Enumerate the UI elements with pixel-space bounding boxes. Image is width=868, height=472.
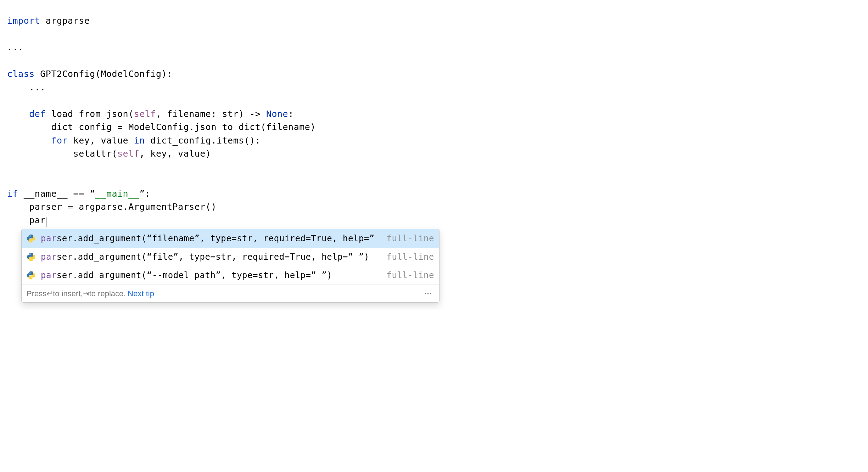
string-literal: __main__	[95, 189, 139, 199]
keyword-def: def	[7, 109, 46, 119]
footer-text: Press	[27, 288, 46, 299]
code-text: , key, value)	[139, 148, 211, 159]
python-icon	[27, 234, 36, 243]
code-text: setattr(	[7, 148, 117, 159]
code-text: parser = argparse.ArgumentParser()	[7, 202, 217, 212]
self-keyword: self	[134, 109, 156, 119]
string-quote: “	[90, 189, 95, 199]
code-text: key, value	[68, 135, 134, 146]
code-text: GPT2Config(ModelConfig):	[35, 69, 173, 79]
code-text: argparse	[40, 16, 90, 26]
code-text: dict_config.items():	[145, 135, 261, 146]
python-icon	[27, 252, 36, 262]
keyword-for: for	[7, 135, 68, 146]
suggestion-text: parser.add_argument(“filename”, type=str…	[41, 232, 381, 245]
python-icon	[27, 271, 36, 280]
string-quote: ”	[139, 189, 145, 199]
suggestion-type-label: full-line	[386, 232, 434, 245]
code-ellipsis: ...	[7, 42, 24, 52]
code-editor[interactable]: import argparse ... class GPT2Config(Mod…	[7, 14, 861, 227]
enter-key-symbol: ↵	[46, 288, 53, 299]
autocomplete-popup: parser.add_argument(“filename”, type=str…	[21, 229, 439, 303]
code-text: __name__ ==	[18, 189, 90, 199]
next-tip-link[interactable]: Next tip	[128, 288, 154, 299]
keyword-in: in	[134, 135, 145, 146]
keyword-class: class	[7, 69, 35, 79]
footer-text: to replace.	[89, 288, 126, 299]
code-text: , filename: str) ->	[156, 109, 266, 119]
code-text: load_from_json(	[46, 109, 134, 119]
keyword-import: import	[7, 16, 40, 26]
suggestion-item[interactable]: parser.add_argument(“file”, type=str, re…	[22, 248, 439, 266]
self-keyword: self	[117, 148, 139, 159]
suggestion-type-label: full-line	[386, 251, 434, 263]
text-cursor	[46, 217, 46, 227]
popup-footer: Press ↵ to insert, ⇥ to replace. Next ti…	[22, 285, 439, 302]
suggestion-text: parser.add_argument(“file”, type=str, re…	[41, 251, 381, 263]
code-ellipsis: ...	[7, 82, 46, 92]
suggestion-type-label: full-line	[386, 269, 434, 282]
suggestion-text: parser.add_argument(“--model_path”, type…	[41, 269, 381, 282]
footer-text: to insert,	[53, 288, 83, 299]
code-text: :	[145, 189, 151, 199]
suggestion-item[interactable]: parser.add_argument(“--model_path”, type…	[22, 266, 439, 285]
tab-key-symbol: ⇥	[83, 288, 89, 299]
more-options-icon[interactable]: ⋮	[422, 290, 434, 298]
code-text: :	[288, 109, 294, 119]
suggestion-item[interactable]: parser.add_argument(“filename”, type=str…	[22, 229, 439, 248]
keyword-if: if	[7, 189, 18, 199]
keyword-none: None	[266, 109, 288, 119]
code-text: dict_config = ModelConfig.json_to_dict(f…	[7, 122, 316, 132]
code-text: par	[7, 215, 46, 225]
